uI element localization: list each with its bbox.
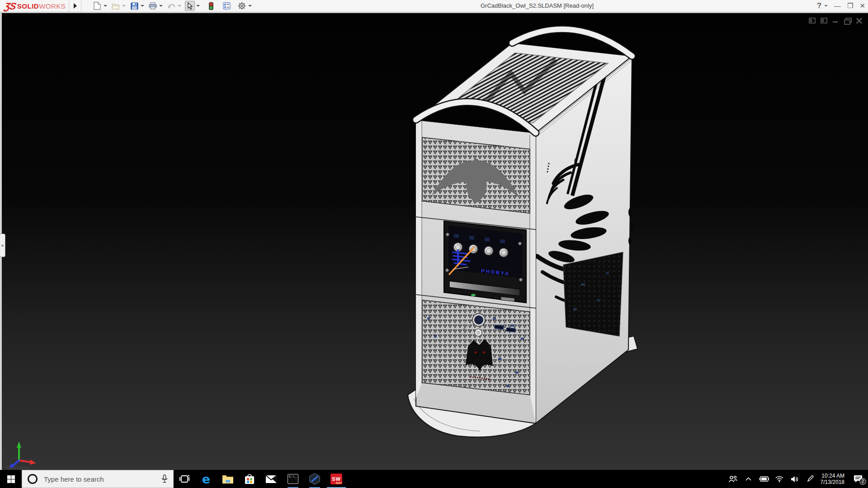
people-icon: [729, 475, 737, 483]
undo-icon: [167, 3, 175, 9]
pen-icon: [807, 475, 814, 483]
titlebar: ƷS SOLIDWORKS: [0, 0, 868, 12]
action-center-button[interactable]: 2: [848, 470, 868, 488]
microphone-icon[interactable]: [161, 474, 168, 483]
minimize-button[interactable]: —: [834, 0, 841, 12]
rebuild-button[interactable]: [206, 1, 216, 11]
flyout-arrow-icon: [74, 3, 77, 9]
reset-button[interactable]: [475, 329, 482, 336]
taskbar-app-solidworks[interactable]: SW 2017: [326, 470, 347, 488]
windows-logo-icon: [7, 475, 15, 483]
print-caret[interactable]: [159, 5, 163, 7]
print-icon: [149, 2, 157, 9]
people-button[interactable]: [726, 470, 741, 488]
save-floppy-icon: [131, 2, 138, 10]
options-caret[interactable]: [248, 5, 252, 7]
solidworks-2017-icon: SW 2017: [330, 474, 342, 484]
cortana-icon: [28, 474, 38, 484]
clock-date: 7/13/2018: [821, 479, 844, 485]
new-caret[interactable]: [104, 5, 107, 7]
file-properties-button[interactable]: [222, 1, 231, 11]
drive-led: [471, 294, 476, 296]
model-3d-pc-case[interactable]: PHOBYA: [0, 13, 868, 470]
chevron-up-icon: [745, 477, 751, 481]
front-lower-mesh: [422, 300, 530, 395]
save-button[interactable]: [129, 1, 139, 11]
select-tool-button[interactable]: [185, 1, 195, 11]
clock-time: 10:24 AM: [821, 473, 844, 479]
battery-status[interactable]: [756, 470, 772, 488]
new-document-button[interactable]: [92, 1, 102, 11]
help-caret[interactable]: [824, 5, 828, 7]
open-caret[interactable]: [122, 5, 126, 7]
brand-works: WORKS: [39, 2, 66, 10]
document-title: GrCadBlack_Owl_S2.SLDASM [Read-only]: [481, 2, 594, 9]
view-orientation-label: *Dimetric: [5, 465, 30, 470]
task-view-icon: [179, 474, 189, 483]
options-button[interactable]: [237, 1, 247, 11]
taskbar-app-edrawings[interactable]: [304, 470, 326, 488]
volume-status[interactable]: [787, 470, 802, 488]
print-button[interactable]: [148, 1, 158, 11]
rebuild-stoplight-icon: [208, 2, 214, 10]
network-status[interactable]: [772, 470, 787, 488]
battery-charging-icon: [759, 476, 769, 482]
mail-icon: [265, 475, 277, 483]
taskbar-app-file-explorer[interactable]: [217, 470, 239, 488]
edge-icon: e: [202, 473, 210, 485]
search-placeholder: Type here to search: [44, 475, 161, 483]
orientation-triad: [5, 428, 47, 469]
brand-solid: SOLID: [17, 2, 39, 10]
solidworks-logo: ƷS SOLIDWORKS: [5, 0, 66, 12]
task-view-button[interactable]: [174, 470, 195, 488]
undo-button[interactable]: [166, 1, 176, 11]
drive-bay[interactable]: PHOBYA: [444, 221, 526, 303]
edrawings-icon: [309, 473, 321, 485]
select-caret[interactable]: [196, 5, 200, 7]
x-axis-arrow: [30, 460, 36, 465]
microsoft-store-icon: [245, 474, 255, 484]
system-tray: 10:24 AM 7/13/2018 2: [726, 470, 868, 488]
new-document-icon: [94, 2, 101, 10]
graphics-viewport[interactable]: PHOBYA: [0, 12, 868, 470]
menu-flyout-button[interactable]: [69, 0, 81, 12]
start-button[interactable]: [0, 470, 22, 488]
front-upper-mesh: [422, 137, 530, 213]
select-cursor-icon: [187, 2, 193, 10]
taskbar-app-edge[interactable]: e: [195, 470, 217, 488]
open-folder-icon: [112, 3, 120, 9]
window-controls: ? — ❐ ✕: [817, 0, 865, 12]
side-vent-mesh: [563, 252, 623, 336]
taskbar-app-store[interactable]: [239, 470, 260, 488]
power-button[interactable]: [472, 314, 485, 326]
wifi-icon: [775, 476, 783, 482]
y-axis-arrow: [17, 441, 21, 448]
taskbar-app-command-prompt[interactable]: C:\_: [282, 470, 304, 488]
open-button[interactable]: [111, 1, 121, 11]
case-front-panel[interactable]: PHOBYA: [416, 120, 536, 423]
save-caret[interactable]: [141, 5, 144, 7]
solidworks-logo-icon: ƷS: [3, 1, 17, 12]
notification-badge: 2: [859, 478, 866, 485]
quick-toolbar: [89, 0, 252, 12]
help-button[interactable]: ?: [817, 0, 821, 12]
taskbar-app-mail[interactable]: [260, 470, 282, 488]
command-prompt-icon: C:\_: [288, 474, 298, 484]
restore-button[interactable]: ❐: [847, 0, 853, 12]
taskbar-clock[interactable]: 10:24 AM 7/13/2018: [821, 473, 844, 485]
windows-taskbar: Type here to search e: [0, 470, 868, 488]
windows-ink-workspace[interactable]: [802, 470, 818, 488]
close-button[interactable]: ✕: [859, 0, 865, 12]
undo-caret[interactable]: [178, 5, 181, 7]
show-hidden-icons-button[interactable]: [741, 470, 756, 488]
options-gear-icon: [238, 2, 246, 10]
taskbar-search-box[interactable]: Type here to search: [22, 470, 174, 488]
file-explorer-icon: [222, 474, 234, 484]
volume-icon: [791, 476, 799, 483]
file-properties-icon: [223, 2, 231, 9]
